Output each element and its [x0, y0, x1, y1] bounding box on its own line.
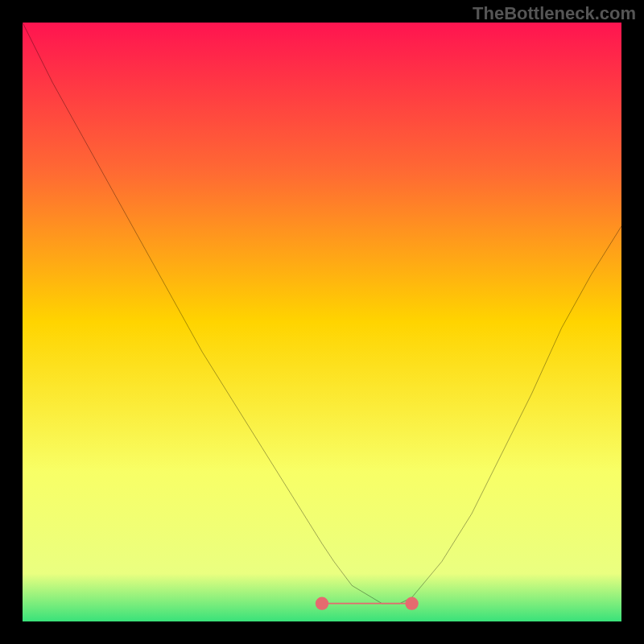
- chart-plot-area: [23, 23, 621, 621]
- watermark-text: TheBottleneck.com: [473, 3, 636, 24]
- chart-background: [23, 23, 621, 621]
- chart-svg: [23, 23, 621, 621]
- optimal-band-endpoint: [316, 597, 328, 609]
- optimal-band-endpoint: [405, 597, 418, 609]
